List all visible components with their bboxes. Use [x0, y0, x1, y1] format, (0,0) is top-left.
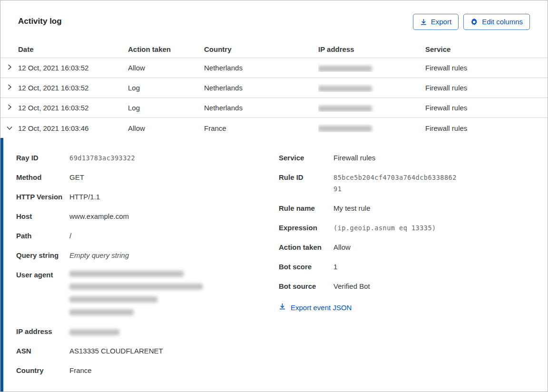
redacted-user-agent-line	[69, 309, 134, 315]
table-row[interactable]: 12 Oct, 2021 16:03:52 Log Netherlands Fi…	[0, 98, 548, 118]
cell-action-taken: Allow	[128, 124, 204, 132]
detail-label: Query string	[16, 250, 69, 261]
detail-value: (ip.geoip.asnum eq 13335)	[333, 222, 436, 234]
redacted-user-agent-line	[69, 296, 157, 303]
detail-value: 85bce5b204cf4703a764dcb633886291	[333, 172, 458, 195]
cell-service: Firewall rules	[425, 104, 548, 112]
redacted-ip	[318, 86, 372, 92]
detail-row-country: Country France	[16, 365, 279, 376]
cell-date: 12 Oct, 2021 16:03:52	[18, 64, 128, 72]
detail-label: Path	[16, 230, 69, 242]
row-expander[interactable]	[0, 58, 18, 78]
detail-label: Action taken	[279, 242, 333, 253]
cell-ip-address	[318, 104, 425, 112]
edit-columns-button[interactable]: Edit columns	[463, 14, 530, 30]
chevron-down-icon	[6, 124, 13, 132]
cell-service: Firewall rules	[425, 124, 548, 132]
cell-country: Netherlands	[204, 84, 318, 92]
redacted-ip	[318, 106, 372, 112]
detail-row-service: Service Firewall rules	[279, 152, 538, 164]
row-expander[interactable]	[0, 118, 18, 138]
column-header-action-taken: Action taken	[128, 45, 204, 53]
cell-ip-address	[318, 124, 425, 132]
gear-icon	[470, 18, 478, 26]
cell-country: France	[204, 124, 318, 132]
redacted-ip	[318, 66, 372, 72]
cell-action-taken: Log	[128, 104, 204, 112]
detail-value: AS13335 CLOUDFLARENET	[69, 345, 163, 357]
detail-label: Rule name	[279, 203, 333, 214]
detail-label: Service	[279, 152, 333, 164]
detail-value	[69, 326, 119, 337]
detail-label: Bot source	[279, 281, 333, 292]
download-icon	[279, 303, 286, 312]
detail-label: Country	[16, 365, 69, 376]
activity-log-panel: Activity log Export Edit columns Date Ac…	[0, 0, 548, 392]
detail-row-query-string: Query string Empty query string	[16, 250, 279, 261]
export-button[interactable]: Export	[413, 14, 459, 30]
detail-column-right: Service Firewall rules Rule ID 85bce5b20…	[279, 152, 538, 392]
cell-ip-address	[318, 84, 425, 92]
detail-value: GET	[69, 172, 84, 183]
detail-row-bot-source: Bot source Verified Bot	[279, 281, 538, 292]
cell-service: Firewall rules	[425, 64, 548, 72]
detail-row-ray-id: Ray ID 69d13783ac393322	[16, 152, 279, 164]
detail-label: Host	[16, 211, 69, 222]
table-row[interactable]: 12 Oct, 2021 16:03:52 Log Netherlands Fi…	[0, 78, 548, 98]
table-row[interactable]: 12 Oct, 2021 16:03:52 Allow Netherlands …	[0, 58, 548, 78]
row-expander[interactable]	[0, 98, 18, 118]
table-row-expanded[interactable]: 12 Oct, 2021 16:03:46 Allow France Firew…	[0, 118, 548, 138]
cell-ip-address	[318, 64, 425, 72]
detail-column-left: Ray ID 69d13783ac393322 Method GET HTTP …	[16, 152, 279, 392]
detail-row-bot-score: Bot score 1	[279, 261, 538, 273]
redacted-ip	[69, 329, 119, 335]
redacted-user-agent-line	[69, 284, 203, 290]
detail-row-expression: Expression (ip.geoip.asnum eq 13335)	[279, 222, 538, 234]
detail-value: 69d13783ac393322	[69, 152, 135, 164]
cell-date: 12 Oct, 2021 16:03:52	[18, 104, 128, 112]
detail-label: Method	[16, 172, 69, 183]
event-detail-panel: Ray ID 69d13783ac393322 Method GET HTTP …	[0, 138, 548, 392]
export-event-json-link[interactable]: Export event JSON	[279, 303, 352, 312]
detail-row-host: Host www.example.com	[16, 211, 279, 222]
detail-row-rule-id: Rule ID 85bce5b204cf4703a764dcb633886291	[279, 172, 538, 195]
chevron-right-icon	[7, 84, 12, 92]
download-icon	[420, 19, 427, 26]
column-header-country: Country	[204, 45, 318, 53]
export-button-label: Export	[431, 18, 451, 26]
detail-value: Empty query string	[69, 250, 129, 261]
cell-date: 12 Oct, 2021 16:03:46	[18, 124, 128, 132]
detail-row-http-version: HTTP Version HTTP/1.1	[16, 191, 279, 203]
toolbar: Export Edit columns	[413, 14, 530, 30]
cell-action-taken: Log	[128, 84, 204, 92]
detail-row-user-agent: User agent	[16, 269, 279, 322]
redacted-ip	[318, 126, 372, 132]
detail-row-path: Path /	[16, 230, 279, 242]
row-expander[interactable]	[0, 78, 18, 98]
cell-service: Firewall rules	[425, 84, 548, 92]
redacted-user-agent-line	[69, 271, 184, 277]
export-event-json-label: Export event JSON	[291, 304, 352, 312]
cell-date: 12 Oct, 2021 16:03:52	[18, 84, 128, 92]
detail-label: Bot score	[279, 261, 333, 273]
table-header-row: Date Action taken Country IP address Ser…	[0, 41, 548, 58]
edit-columns-button-label: Edit columns	[482, 18, 523, 26]
header-bar: Activity log Export Edit columns	[0, 0, 548, 41]
detail-value: France	[69, 365, 92, 376]
detail-value: My test rule	[333, 203, 371, 214]
detail-label: User agent	[16, 269, 69, 322]
detail-value: Allow	[333, 242, 351, 253]
detail-value: Firewall rules	[333, 152, 375, 164]
detail-value: HTTP/1.1	[69, 191, 100, 203]
chevron-right-icon	[7, 104, 12, 112]
detail-value: 1	[333, 261, 337, 273]
detail-value: www.example.com	[69, 211, 129, 222]
detail-row-rule-name: Rule name My test rule	[279, 203, 538, 214]
detail-label: Ray ID	[16, 152, 69, 164]
detail-label: Rule ID	[279, 172, 333, 195]
detail-value: Verified Bot	[333, 281, 370, 292]
page-title: Activity log	[18, 14, 62, 26]
column-header-date: Date	[18, 45, 128, 53]
detail-row-method: Method GET	[16, 172, 279, 183]
detail-row-asn: ASN AS13335 CLOUDFLARENET	[16, 345, 279, 357]
